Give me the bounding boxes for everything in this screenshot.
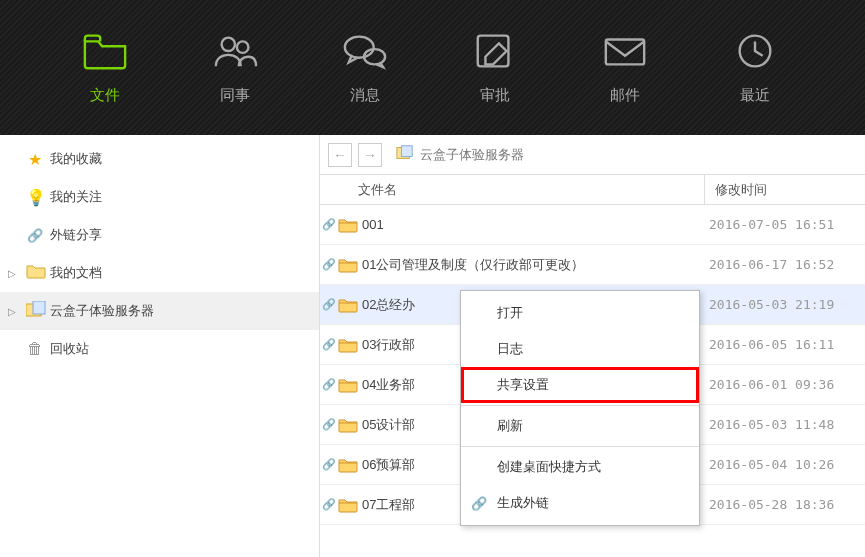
- folder-yellow-icon: [26, 263, 44, 283]
- sidebar-item-label: 我的收藏: [50, 150, 102, 168]
- menu-item-label: 刷新: [497, 417, 523, 435]
- mail-icon: [602, 31, 648, 74]
- nav-label: 同事: [220, 86, 250, 105]
- sidebar-item-label: 我的关注: [50, 188, 102, 206]
- svg-rect-4: [478, 35, 509, 66]
- file-list-header: 文件名 修改时间: [320, 175, 865, 205]
- column-header-time[interactable]: 修改时间: [705, 175, 865, 204]
- sidebar-item[interactable]: ▷我的文档: [0, 254, 319, 292]
- column-header-name[interactable]: 文件名: [320, 175, 705, 204]
- file-modified-time: 2016-07-05 16:51: [705, 217, 865, 232]
- breadcrumb-title: 云盒子体验服务器: [420, 146, 524, 164]
- folder-icon: [338, 297, 362, 313]
- sidebar-item[interactable]: ★我的收藏: [0, 140, 319, 178]
- svg-rect-8: [33, 301, 45, 314]
- nav-back-button[interactable]: ←: [328, 143, 352, 167]
- file-modified-time: 2016-05-04 10:26: [705, 457, 865, 472]
- clock-icon: [732, 31, 778, 74]
- menu-item-label: 日志: [497, 340, 523, 358]
- breadcrumb-bar: ← → 云盒子体验服务器: [320, 135, 865, 175]
- sidebar: ★我的收藏💡我的关注🔗外链分享▷我的文档▷云盒子体验服务器🗑回收站: [0, 135, 320, 557]
- folder-icon: [338, 217, 362, 233]
- menu-item[interactable]: 刷新: [461, 408, 699, 444]
- link-icon: 🔗: [320, 378, 338, 391]
- menu-separator: [461, 405, 699, 406]
- svg-point-0: [222, 37, 235, 50]
- sidebar-item[interactable]: 🔗外链分享: [0, 216, 319, 254]
- menu-item[interactable]: 🔗生成外链: [461, 485, 699, 521]
- link-icon: 🔗: [320, 258, 338, 271]
- nav-folder[interactable]: 文件: [75, 31, 135, 105]
- nav-people[interactable]: 同事: [205, 31, 265, 105]
- file-name: 01公司管理及制度（仅行政部可更改）: [362, 256, 705, 274]
- sidebar-item-label: 外链分享: [50, 226, 102, 244]
- trash-icon: 🗑: [26, 340, 44, 358]
- link-icon: 🔗: [469, 496, 489, 511]
- link-icon: 🔗: [320, 458, 338, 471]
- file-modified-time: 2016-05-03 21:19: [705, 297, 865, 312]
- menu-item[interactable]: 共享设置: [461, 367, 699, 403]
- file-row[interactable]: 🔗0012016-07-05 16:51: [320, 205, 865, 245]
- menu-separator: [461, 446, 699, 447]
- menu-item[interactable]: 创建桌面快捷方式: [461, 449, 699, 485]
- chat-icon: [342, 31, 388, 74]
- folder-icon: [82, 31, 128, 74]
- nav-forward-button[interactable]: →: [358, 143, 382, 167]
- menu-item[interactable]: 日志: [461, 331, 699, 367]
- breadcrumb-icon: [396, 144, 414, 165]
- sidebar-item-label: 我的文档: [50, 264, 102, 282]
- sidebar-item[interactable]: 💡我的关注: [0, 178, 319, 216]
- folder-doc-icon: [26, 301, 44, 321]
- menu-item-label: 创建桌面快捷方式: [497, 458, 601, 476]
- nav-label: 邮件: [610, 86, 640, 105]
- svg-point-1: [237, 41, 249, 52]
- sidebar-item[interactable]: ▷云盒子体验服务器: [0, 292, 319, 330]
- file-list: 🔗0012016-07-05 16:51🔗01公司管理及制度（仅行政部可更改）2…: [320, 205, 865, 557]
- svg-rect-5: [606, 39, 644, 64]
- file-name: 001: [362, 217, 705, 232]
- tree-expander-icon[interactable]: ▷: [8, 306, 20, 317]
- menu-item-label: 生成外链: [497, 494, 549, 512]
- svg-point-2: [345, 36, 374, 57]
- folder-icon: [338, 337, 362, 353]
- context-menu: 打开日志共享设置刷新创建桌面快捷方式🔗生成外链: [460, 290, 700, 526]
- sidebar-item-label: 云盒子体验服务器: [50, 302, 154, 320]
- link-icon: 🔗: [320, 418, 338, 431]
- nav-label: 最近: [740, 86, 770, 105]
- folder-icon: [338, 417, 362, 433]
- file-modified-time: 2016-06-17 16:52: [705, 257, 865, 272]
- nav-label: 审批: [480, 86, 510, 105]
- file-modified-time: 2016-05-28 18:36: [705, 497, 865, 512]
- file-modified-time: 2016-06-01 09:36: [705, 377, 865, 392]
- nav-chat[interactable]: 消息: [335, 31, 395, 105]
- nav-edit[interactable]: 审批: [465, 31, 525, 105]
- folder-icon: [338, 377, 362, 393]
- people-icon: [212, 31, 258, 74]
- menu-item-label: 打开: [497, 304, 523, 322]
- top-navbar: 文件同事消息审批邮件最近: [0, 0, 865, 135]
- folder-icon: [338, 497, 362, 513]
- nav-label: 消息: [350, 86, 380, 105]
- link-icon: 🔗: [26, 226, 44, 244]
- nav-mail[interactable]: 邮件: [595, 31, 655, 105]
- link-icon: 🔗: [320, 298, 338, 311]
- link-icon: 🔗: [320, 338, 338, 351]
- nav-label: 文件: [90, 86, 120, 105]
- menu-item-label: 共享设置: [497, 376, 549, 394]
- sidebar-item-label: 回收站: [50, 340, 89, 358]
- bulb-icon: 💡: [26, 188, 44, 207]
- star-icon: ★: [26, 150, 44, 169]
- file-row[interactable]: 🔗01公司管理及制度（仅行政部可更改）2016-06-17 16:52: [320, 245, 865, 285]
- sidebar-item[interactable]: 🗑回收站: [0, 330, 319, 368]
- file-modified-time: 2016-06-05 16:11: [705, 337, 865, 352]
- edit-icon: [472, 31, 518, 74]
- nav-clock[interactable]: 最近: [725, 31, 785, 105]
- file-modified-time: 2016-05-03 11:48: [705, 417, 865, 432]
- svg-rect-10: [401, 146, 412, 157]
- tree-expander-icon[interactable]: ▷: [8, 268, 20, 279]
- link-icon: 🔗: [320, 218, 338, 231]
- menu-item[interactable]: 打开: [461, 295, 699, 331]
- link-icon: 🔗: [320, 498, 338, 511]
- folder-icon: [338, 257, 362, 273]
- folder-icon: [338, 457, 362, 473]
